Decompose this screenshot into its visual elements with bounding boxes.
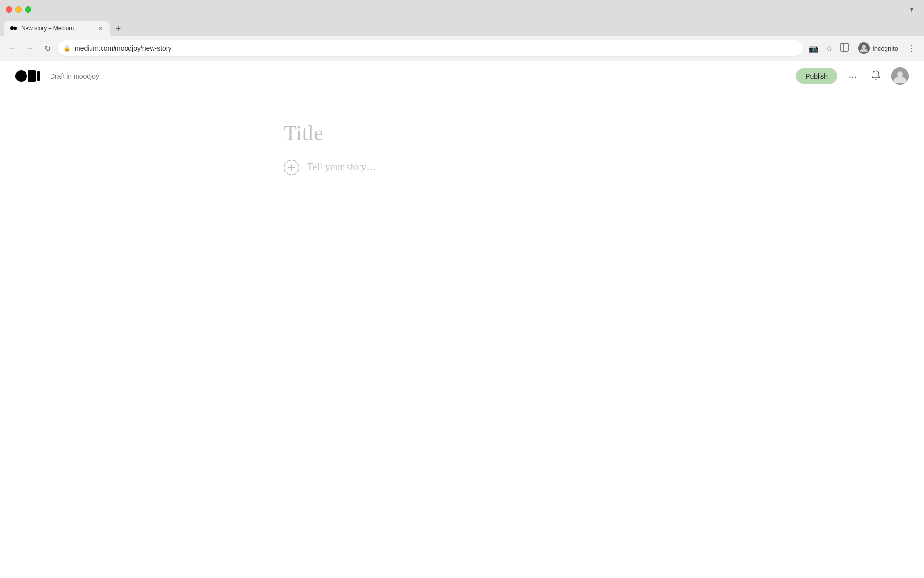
medium-favicon-icon — [10, 25, 17, 32]
svg-point-2 — [16, 27, 17, 30]
close-window-button[interactable] — [6, 6, 12, 13]
story-input[interactable]: Tell your story… — [307, 161, 640, 173]
title-input[interactable]: Title — [284, 121, 640, 145]
more-options-button[interactable]: ··· — [845, 68, 860, 84]
forward-button[interactable]: → — [23, 41, 37, 55]
lock-icon: 🔒 — [64, 45, 71, 52]
minimize-window-button[interactable] — [15, 6, 22, 13]
sidebar-icon — [840, 43, 849, 53]
back-icon: ← — [9, 44, 16, 53]
address-bar: ← → ↻ 🔒 medium.com/moodjoy/new-story 📷 ☆ — [0, 36, 924, 61]
publish-button[interactable]: Publish — [796, 68, 837, 84]
address-input[interactable]: 🔒 medium.com/moodjoy/new-story — [58, 40, 803, 56]
browser-chrome: ▾ New story – Medium ✕ + ← → ↻ — [0, 0, 924, 61]
medium-logo-icon — [15, 69, 40, 83]
svg-rect-8 — [37, 71, 40, 81]
notifications-button[interactable] — [868, 68, 884, 84]
svg-point-1 — [14, 27, 16, 30]
plus-icon — [287, 163, 296, 172]
story-row: Tell your story… — [284, 161, 640, 175]
maximize-window-button[interactable] — [25, 6, 31, 13]
reload-button[interactable]: ↻ — [40, 41, 54, 55]
story-placeholder: Tell your story… — [307, 161, 376, 172]
avatar-icon — [891, 67, 909, 85]
tab-title: New story – Medium — [21, 25, 92, 32]
browser-more-icon: ⋮ — [908, 44, 915, 53]
tabs-bar: New story – Medium ✕ + — [0, 18, 924, 36]
active-tab[interactable]: New story – Medium ✕ — [4, 21, 110, 36]
forward-icon: → — [26, 44, 34, 53]
avatar[interactable] — [891, 67, 909, 85]
reload-icon: ↻ — [44, 44, 51, 53]
incognito-button[interactable]: Incognito — [853, 41, 903, 55]
editor-container: Title Tell your story… — [284, 121, 640, 175]
header-actions: Publish ··· — [796, 67, 909, 85]
incognito-label: Incognito — [873, 45, 898, 52]
url-text: medium.com/moodjoy/new-story — [75, 44, 797, 52]
traffic-lights — [6, 6, 31, 13]
more-options-icon: ··· — [849, 71, 857, 82]
medium-logo — [15, 69, 40, 83]
medium-header: Draft in moodjoy Publish ··· — [0, 61, 924, 92]
bookmark-button[interactable]: ☆ — [822, 41, 836, 55]
svg-point-5 — [862, 45, 866, 49]
browser-actions: 📷 ☆ Incog — [807, 41, 918, 55]
camera-off-icon: 📷 — [809, 44, 819, 53]
bookmark-icon: ☆ — [826, 44, 833, 53]
incognito-icon — [860, 44, 868, 53]
tab-close-button[interactable]: ✕ — [96, 25, 104, 32]
draft-label: Draft in moodjoy — [50, 72, 99, 80]
title-bar: ▾ — [0, 0, 924, 18]
sidebar-button[interactable] — [838, 41, 851, 55]
page-content: Draft in moodjoy Publish ··· — [0, 61, 924, 578]
title-bar-left — [6, 6, 31, 13]
browser-more-button[interactable]: ⋮ — [905, 41, 918, 55]
new-tab-button[interactable]: + — [112, 22, 125, 36]
svg-point-6 — [15, 70, 27, 82]
svg-point-0 — [10, 26, 14, 30]
tab-list-button[interactable]: ▾ — [905, 2, 918, 16]
editor-area[interactable]: Title Tell your story… — [0, 92, 924, 578]
bell-icon — [871, 70, 881, 83]
svg-rect-7 — [28, 70, 36, 82]
incognito-avatar — [858, 42, 870, 54]
svg-rect-3 — [841, 43, 848, 51]
back-button[interactable]: ← — [6, 41, 19, 55]
tab-favicon — [10, 25, 17, 32]
camera-off-button[interactable]: 📷 — [807, 41, 821, 55]
add-content-button[interactable] — [284, 160, 299, 175]
